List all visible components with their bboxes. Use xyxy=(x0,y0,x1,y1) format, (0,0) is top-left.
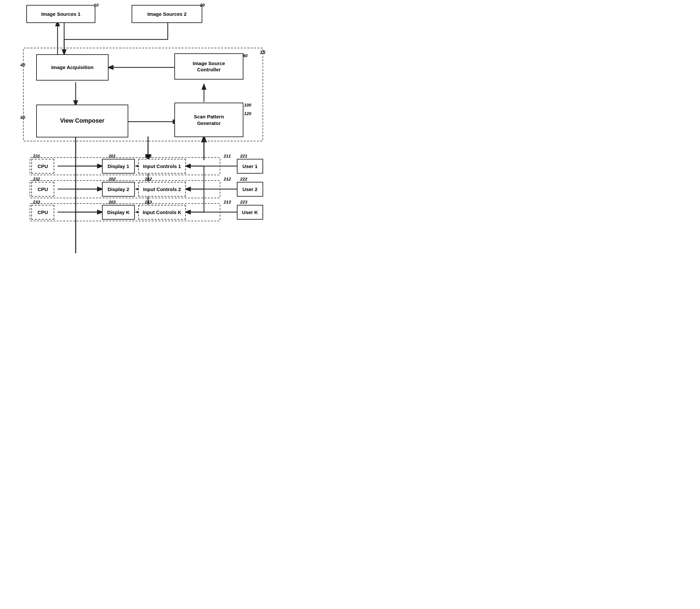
cpu-1-box: CPU xyxy=(31,159,54,174)
diagram: Image Sources 1 10 Image Sources 2 20 15… xyxy=(0,0,296,257)
image-acquisition-label: Image Acquisition xyxy=(51,64,94,71)
ref-100: 100 xyxy=(244,103,251,107)
image-sources-2-label: Image Sources 2 xyxy=(147,11,187,17)
ref-213: 213 xyxy=(224,199,231,205)
display-1-label: Display 1 xyxy=(107,163,129,170)
user-2-box: User 2 xyxy=(237,182,263,197)
display-k-box: Display K xyxy=(102,205,135,220)
cpu-2-box: CPU xyxy=(31,182,54,197)
ref-20: 20 xyxy=(200,3,205,7)
image-acquisition-box: Image Acquisition xyxy=(36,54,108,81)
cpu-k-box: CPU xyxy=(31,205,54,220)
ref-202: 202 xyxy=(108,177,116,181)
input-controls-2-box: Input Controls 2 xyxy=(138,182,186,197)
display-2-box: Display 2 xyxy=(102,182,135,197)
input-controls-k-box: Input Controls K xyxy=(138,205,186,220)
input-controls-1-label: Input Controls 1 xyxy=(143,163,181,170)
ref-60: 60 xyxy=(20,115,25,120)
view-composer-label: View Composer xyxy=(60,117,105,125)
user-1-box: User 1 xyxy=(237,159,263,174)
image-sources-1-label: Image Sources 1 xyxy=(41,11,80,17)
ref-211: 211 xyxy=(224,154,231,158)
ref-243: 243 xyxy=(145,199,152,205)
display-k-label: Display K xyxy=(107,209,130,216)
ref-232: 232 xyxy=(33,177,40,181)
input-controls-k-label: Input Controls K xyxy=(143,209,181,216)
ref-203: 203 xyxy=(108,199,116,205)
cpu-k-label: CPU xyxy=(37,209,48,216)
ref-241: 241 xyxy=(145,154,152,158)
ref-10: 10 xyxy=(94,3,98,7)
view-composer-box: View Composer xyxy=(36,105,128,137)
ref-233: 233 xyxy=(33,199,40,205)
input-controls-1-box: Input Controls 1 xyxy=(138,159,186,174)
scan-pattern-generator-label: Scan Pattern Generator xyxy=(194,114,224,126)
input-controls-2-label: Input Controls 2 xyxy=(143,186,181,193)
cpu-2-label: CPU xyxy=(37,186,48,193)
ref-201: 201 xyxy=(108,154,116,158)
image-source-controller-label: Image Source Controller xyxy=(193,60,225,73)
user-k-label: User K xyxy=(242,209,258,216)
scan-pattern-generator-box: Scan Pattern Generator xyxy=(174,103,243,137)
ref-40: 40 xyxy=(20,63,25,67)
user-1-label: User 1 xyxy=(242,163,258,170)
user-2-label: User 2 xyxy=(242,186,258,193)
image-source-controller-box: Image Source Controller xyxy=(174,53,243,80)
ref-231: 231 xyxy=(33,154,40,158)
ref-222: 222 xyxy=(240,177,247,181)
ref-221: 221 xyxy=(240,154,247,158)
ref-80: 80 xyxy=(243,53,247,58)
display-2-label: Display 2 xyxy=(107,186,129,193)
user-k-box: User K xyxy=(237,205,263,220)
ref-223: 223 xyxy=(240,199,247,205)
image-sources-1-box: Image Sources 1 xyxy=(26,5,96,23)
ref-212: 212 xyxy=(224,177,231,181)
display-1-box: Display 1 xyxy=(102,159,135,174)
ref-242: 242 xyxy=(145,177,152,181)
cpu-1-label: CPU xyxy=(37,163,48,170)
image-sources-2-box: Image Sources 2 xyxy=(132,5,202,23)
ref-120: 120 xyxy=(244,111,251,116)
